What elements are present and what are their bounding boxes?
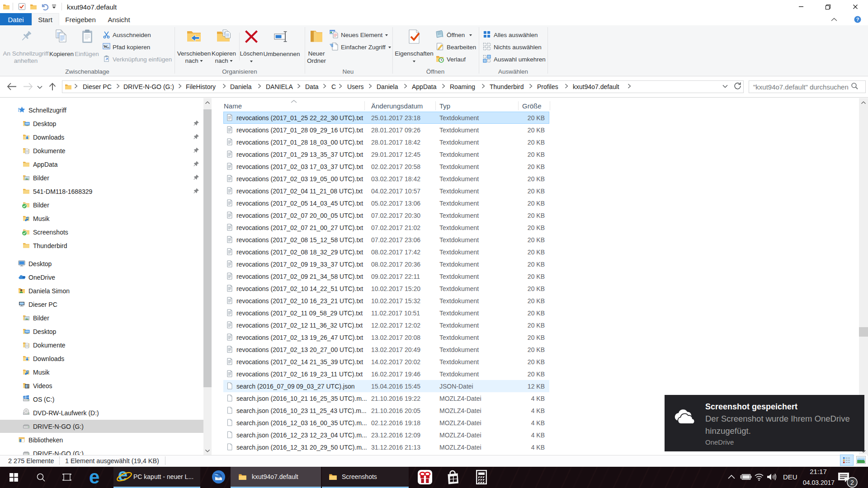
svg-text:W: W: [104, 44, 108, 49]
svg-text:?: ?: [856, 17, 859, 22]
svg-text:2: 2: [850, 479, 854, 486]
